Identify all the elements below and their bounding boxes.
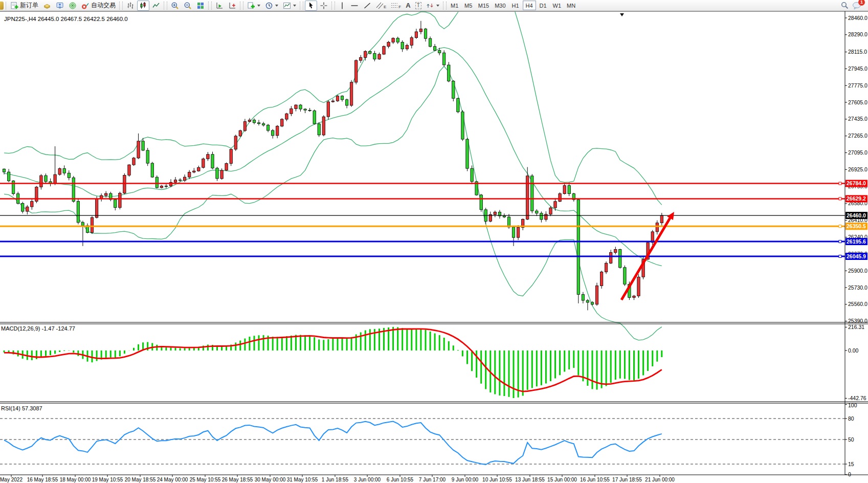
timeframe-M1[interactable]: M1 [448, 1, 461, 10]
label-tool-letter: T [415, 2, 421, 9]
svg-text:28115.0: 28115.0 [848, 49, 867, 55]
svg-text:26784.0: 26784.0 [847, 180, 866, 186]
templates-button[interactable] [281, 1, 298, 11]
arrow-shapes-icon [426, 2, 434, 10]
svg-text:28290.0: 28290.0 [848, 31, 867, 37]
auto-scroll-icon [215, 2, 224, 10]
periods-button[interactable] [263, 1, 280, 11]
notification-badge: 1 [858, 0, 865, 6]
dropdown-caret-icon [275, 5, 278, 7]
auto-trading-button[interactable]: 自动交易 [79, 1, 118, 11]
history-book-button[interactable] [41, 1, 53, 11]
timeframe-W1[interactable]: W1 [550, 1, 564, 10]
svg-text:15: 15 [848, 461, 854, 467]
auto-scroll-button[interactable] [213, 1, 226, 11]
clipped-toolbar-icon[interactable] [0, 2, 4, 10]
svg-text:10 Jun 10:55: 10 Jun 10:55 [482, 477, 512, 482]
chart-shift-button[interactable] [226, 1, 238, 11]
cursor-button[interactable] [305, 1, 317, 11]
separator [6, 2, 6, 10]
bollinger-bands[interactable] [4, 11, 662, 340]
svg-text:13 Jun 18:55: 13 Jun 18:55 [515, 477, 545, 482]
svg-text:24 May 00:00: 24 May 00:00 [157, 477, 188, 482]
market-watch-button[interactable] [54, 1, 66, 11]
svg-text:16 Jun 10:55: 16 Jun 10:55 [580, 477, 610, 482]
svg-text:26460.0: 26460.0 [847, 212, 866, 218]
price-axis[interactable]: 28460.028290.028115.027945.027775.027605… [0, 11, 868, 477]
rsi-pane[interactable] [0, 419, 845, 465]
text-label-tool[interactable]: T [413, 1, 424, 11]
zoom-out-button[interactable] [182, 1, 194, 11]
channel-tool[interactable]: E [374, 1, 388, 11]
svg-text:19 May 10:55: 19 May 10:55 [92, 477, 123, 482]
price-badge: 26784.0 [845, 180, 867, 187]
timeframe-H4[interactable]: H4 [523, 1, 536, 10]
auto-trading-icon [81, 2, 90, 10]
toolbar: 新订单 自动交易 [0, 0, 868, 11]
add-indicator-button[interactable] [245, 1, 262, 11]
bar-chart-button[interactable] [124, 1, 137, 11]
horizontal-line-tool[interactable] [348, 1, 361, 11]
svg-text:-442.76: -442.76 [848, 395, 866, 401]
svg-text:27775.0: 27775.0 [848, 82, 867, 89]
channel-letter: E [384, 5, 386, 9]
text-tool[interactable]: A [404, 1, 412, 11]
timeframe-D1[interactable]: D1 [537, 1, 550, 10]
svg-text:25900.0: 25900.0 [848, 268, 867, 274]
fibonacci-tool[interactable]: F [389, 1, 403, 11]
timeframe-M15[interactable]: M15 [476, 1, 492, 10]
svg-text:26045.9: 26045.9 [847, 253, 866, 259]
timeframe-M5[interactable]: M5 [462, 1, 475, 10]
tile-windows-button[interactable] [194, 1, 207, 11]
svg-text:15 Jun 00:00: 15 Jun 00:00 [547, 477, 577, 482]
new-order-button[interactable]: 新订单 [8, 1, 40, 11]
svg-text:0.00: 0.00 [848, 347, 859, 354]
toolbar-grip [164, 2, 167, 10]
zoom-in-button[interactable] [169, 1, 181, 11]
svg-text:100: 100 [848, 402, 857, 408]
svg-text:25560.0: 25560.0 [848, 301, 867, 307]
line-chart-button[interactable] [150, 1, 162, 11]
macd-pane[interactable] [4, 327, 662, 398]
chart-shift-marker [620, 13, 624, 16]
candles-layer[interactable] [3, 21, 663, 311]
price-badge: 26460.0 [845, 212, 867, 219]
signal-waves-icon [69, 2, 77, 10]
book-icon [43, 2, 51, 10]
chat-button[interactable]: 1 [852, 1, 862, 10]
crosshair-button[interactable] [318, 1, 330, 11]
svg-text:17 Jun 18:55: 17 Jun 18:55 [612, 477, 642, 482]
time-axis[interactable]: May 2022 16 May 18:55 18 May 00:00 19 Ma… [0, 475, 675, 482]
svg-text:27945.0: 27945.0 [848, 65, 867, 72]
svg-text:26195.6: 26195.6 [847, 238, 866, 245]
candle-chart-button[interactable] [137, 1, 149, 11]
tile-windows-icon [196, 2, 205, 10]
timeframe-M30[interactable]: M30 [492, 1, 508, 10]
svg-text:6 Jun 10:55: 6 Jun 10:55 [387, 477, 414, 482]
svg-text:0: 0 [848, 471, 851, 477]
macd-label: MACD(12,26,9) -1.47 -124.77 [1, 325, 75, 332]
svg-text:21 Jun 00:00: 21 Jun 00:00 [645, 477, 675, 482]
new-order-icon [10, 2, 18, 10]
horizontal-line-icon [350, 2, 359, 10]
toolbar-grip [119, 2, 123, 10]
svg-text:27435.0: 27435.0 [848, 116, 867, 122]
svg-text:26925.0: 26925.0 [848, 166, 867, 172]
chart-template-icon [283, 2, 291, 10]
chart-shift-icon [228, 2, 236, 10]
search-button[interactable] [838, 1, 851, 11]
dropdown-caret-icon [257, 5, 260, 7]
chart-window[interactable]: 28460.028290.028115.027945.027775.027605… [0, 11, 868, 483]
trendline-tool[interactable] [361, 1, 373, 11]
svg-text:7 Jun 17:00: 7 Jun 17:00 [419, 477, 446, 482]
vertical-line-tool[interactable] [337, 1, 348, 11]
signals-button[interactable] [66, 1, 79, 11]
price-badge: 26350.5 [845, 223, 867, 230]
toolbar-grip [240, 2, 243, 10]
timeframe-MN[interactable]: MN [564, 1, 578, 10]
dropdown-caret-icon [293, 5, 296, 7]
timeframe-H1[interactable]: H1 [509, 1, 522, 10]
svg-text:20 May 18:55: 20 May 18:55 [125, 477, 156, 482]
arrows-tool[interactable] [424, 1, 441, 11]
toolbar-grip [331, 2, 335, 10]
